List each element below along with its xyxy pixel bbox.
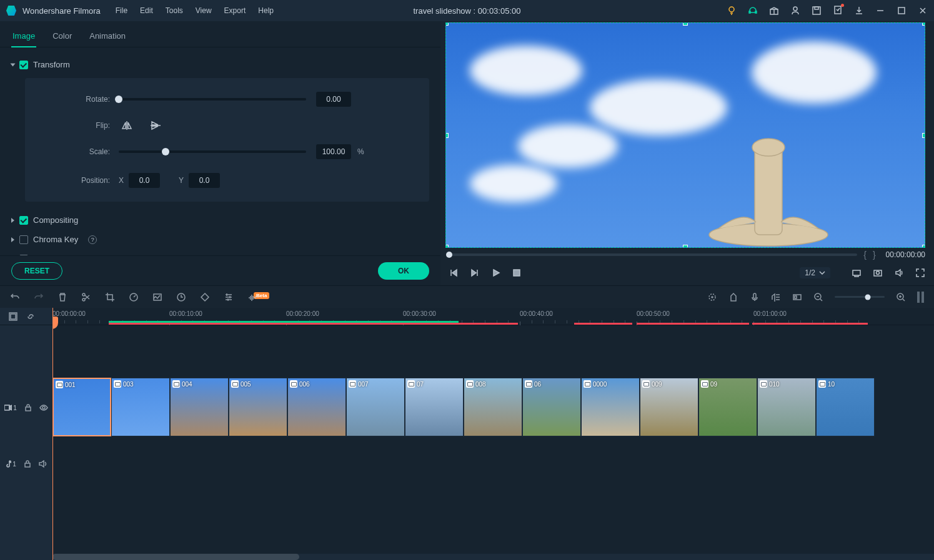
delete-icon[interactable] <box>57 292 67 302</box>
undo-icon[interactable] <box>10 292 20 302</box>
clip[interactable]: 06 <box>522 378 581 436</box>
lock-icon[interactable] <box>24 460 31 468</box>
rotate-input[interactable] <box>316 92 351 107</box>
thumbs-icon[interactable] <box>792 292 802 302</box>
scale-slider[interactable] <box>119 150 306 153</box>
support-icon[interactable] <box>748 6 758 16</box>
render-icon[interactable] <box>707 292 717 302</box>
marker-icon[interactable] <box>728 292 738 302</box>
ruler-tick: 00:00:30:00 <box>403 310 436 317</box>
keyframe-icon[interactable] <box>200 292 210 302</box>
tab-image[interactable]: Image <box>11 27 36 47</box>
snapshot-icon[interactable] <box>873 268 883 278</box>
link-icon[interactable] <box>26 312 35 321</box>
clip[interactable]: 007 <box>346 378 405 436</box>
maximize-icon[interactable] <box>897 6 907 16</box>
mute-icon[interactable] <box>39 460 47 468</box>
tab-color[interactable]: Color <box>51 27 73 47</box>
crop-icon[interactable] <box>105 292 115 302</box>
zoom-out-icon[interactable] <box>813 292 823 302</box>
menu-export[interactable]: Export <box>224 6 246 15</box>
clip[interactable]: 09 <box>698 378 757 436</box>
clip[interactable]: 009 <box>640 378 698 436</box>
clip[interactable]: 004 <box>170 378 229 436</box>
svg-rect-3 <box>813 7 820 14</box>
compositing-checkbox[interactable] <box>19 216 28 225</box>
menu-help[interactable]: Help <box>258 6 274 15</box>
clip[interactable]: 10 <box>816 378 875 436</box>
menu-tools[interactable]: Tools <box>166 6 183 15</box>
tab-animation[interactable]: Animation <box>88 27 127 47</box>
timeline-ruler[interactable]: 00:00:00:0000:00:10:0000:00:20:0000:00:3… <box>52 308 934 325</box>
mark-in-icon[interactable]: { <box>863 250 867 260</box>
menu-edit[interactable]: Edit <box>140 6 153 15</box>
eye-icon[interactable] <box>39 405 48 411</box>
minimize-icon[interactable] <box>875 6 885 16</box>
preview-canvas[interactable] <box>440 21 934 249</box>
adjust-icon[interactable] <box>224 292 234 302</box>
preview-timecode: 00:00:00:00 <box>886 250 925 259</box>
lock-icon[interactable] <box>24 404 32 411</box>
section-compositing-header[interactable]: Compositing <box>11 210 429 230</box>
clip[interactable]: 006 <box>287 378 346 436</box>
play-icon[interactable] <box>492 268 500 277</box>
ok-button[interactable]: OK <box>378 262 429 280</box>
playhead[interactable] <box>52 308 53 560</box>
timeline-tracks[interactable]: 00:00:00:0000:00:10:0000:00:20:0000:00:3… <box>52 308 934 560</box>
task-icon[interactable] <box>833 5 843 15</box>
pos-y-label: Y <box>179 176 184 185</box>
volume-icon[interactable] <box>894 268 904 278</box>
pos-y-input[interactable] <box>189 173 220 188</box>
preview-scrubber[interactable] <box>449 253 857 256</box>
speed-icon[interactable] <box>129 292 139 302</box>
fullscreen-icon[interactable] <box>915 268 925 278</box>
section-chroma-header[interactable]: Chroma Key ? <box>11 230 429 249</box>
pos-x-input[interactable] <box>129 173 160 188</box>
menu-file[interactable]: File <box>116 6 127 15</box>
mixer-icon[interactable] <box>771 292 781 302</box>
quality-icon[interactable] <box>852 268 862 278</box>
timeline-gutter: 1 1 <box>0 308 52 560</box>
stop-icon[interactable] <box>513 269 520 277</box>
timeline-zoom-slider[interactable] <box>835 296 885 298</box>
scale-input[interactable] <box>316 144 351 159</box>
prev-frame-icon[interactable] <box>449 268 458 277</box>
gift-icon[interactable] <box>769 6 779 16</box>
preview-zoom-select[interactable]: 1/2 <box>800 267 830 278</box>
clip[interactable]: 0000 <box>581 378 640 436</box>
chroma-checkbox[interactable] <box>19 235 28 244</box>
duration-icon[interactable] <box>176 292 186 302</box>
clip[interactable]: 07 <box>405 378 464 436</box>
manage-tracks-icon[interactable] <box>9 312 17 321</box>
zoom-in-icon[interactable] <box>896 292 906 302</box>
transform-checkbox[interactable] <box>19 61 28 69</box>
clip[interactable]: 008 <box>464 378 522 436</box>
download-icon[interactable] <box>854 6 864 16</box>
idea-icon[interactable] <box>727 6 737 16</box>
section-transform-header[interactable]: Transform <box>11 55 429 74</box>
rotate-slider[interactable] <box>119 98 306 101</box>
play-forward-icon[interactable] <box>470 268 479 277</box>
section-lens-header[interactable]: Lens Correction <box>11 249 429 255</box>
audio-sync-icon[interactable] <box>247 292 257 302</box>
color-icon[interactable] <box>152 292 162 302</box>
timeline-view-icon[interactable] <box>917 292 924 303</box>
voiceover-icon[interactable] <box>750 292 760 302</box>
redo-icon[interactable] <box>34 292 44 302</box>
account-icon[interactable] <box>790 6 800 16</box>
mark-out-icon[interactable]: } <box>873 250 876 260</box>
menu-view[interactable]: View <box>196 6 212 15</box>
clip[interactable]: 003 <box>111 378 170 436</box>
flip-vertical-icon[interactable] <box>150 120 161 130</box>
clip[interactable]: 001 <box>52 378 111 436</box>
clip[interactable]: 010 <box>757 378 816 436</box>
timeline-scrollbar[interactable] <box>52 554 934 560</box>
flip-horizontal-icon[interactable] <box>121 120 132 130</box>
info-icon[interactable]: ? <box>88 235 97 244</box>
close-icon[interactable] <box>918 6 928 16</box>
split-icon[interactable] <box>81 292 91 302</box>
clip[interactable]: 005 <box>229 378 287 436</box>
reset-button[interactable]: RESET <box>11 262 62 280</box>
save-icon[interactable] <box>812 6 822 16</box>
ruler-tick: 00:00:10:00 <box>169 310 202 317</box>
